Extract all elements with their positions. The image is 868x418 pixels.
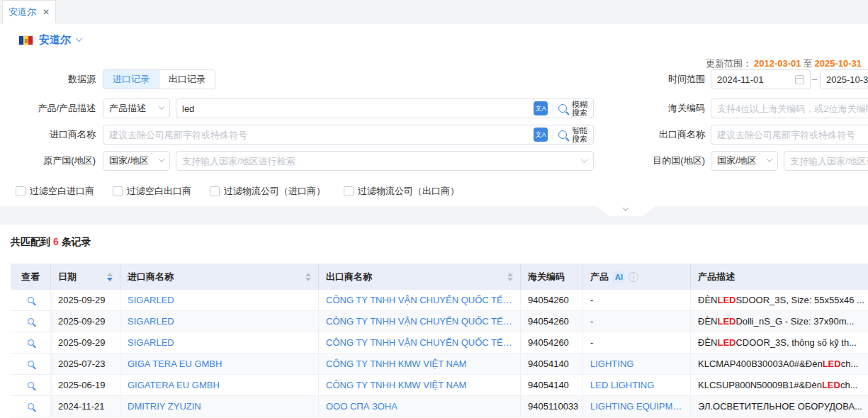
row-search-icon[interactable] (28, 382, 34, 388)
importer-link[interactable]: GIGA TERA EU GMBH (128, 358, 222, 369)
table-row: 2024-11-21DMITRIY ZYUZINООО СПА ЗОНА9405… (11, 396, 868, 417)
exporter-link[interactable]: CÔNG TY TNHH KMW VIỆT NAM (326, 358, 466, 369)
checkbox[interactable] (210, 186, 220, 196)
chevron-down-icon[interactable] (76, 35, 83, 42)
view-cell (11, 332, 51, 353)
chevron-down-icon (159, 156, 164, 162)
exporter-cell: CÔNG TY TNHH VẬN CHUYỂN QUỐC TẾ TI... (319, 290, 521, 310)
product-cell: LIGHTING (583, 354, 691, 374)
fuzzy-search-label[interactable]: 模糊搜索 (572, 100, 589, 117)
importer-link[interactable]: SIGARLED (128, 316, 174, 327)
row-search-icon[interactable] (28, 361, 34, 367)
product-link[interactable]: LED LIGHTING (590, 380, 654, 390)
dest-country-input[interactable] (784, 151, 868, 171)
info-icon[interactable]: i (629, 272, 638, 282)
date-cell: 2025-07-23 (51, 354, 120, 374)
smart-search-label[interactable]: 智能搜索 (572, 126, 589, 143)
table-row: 2025-09-29SIGARLEDCÔNG TY TNHH VẬN CHUYỂ… (11, 290, 868, 311)
importer-link[interactable]: SIGARLED (128, 337, 174, 348)
keyword-highlight: LED (717, 295, 735, 305)
fuzzy-search-icon[interactable] (558, 104, 567, 113)
date-cell: 2025-09-29 (51, 290, 120, 310)
chevron-down-icon (623, 205, 629, 210)
importer-cell: GIGATERA EU GMBH (120, 375, 319, 395)
importer-link[interactable]: DMITRIY ZYUZIN (128, 401, 201, 412)
country-header[interactable]: 安道尔 (18, 33, 81, 47)
update-to-word: 至 (804, 58, 813, 69)
sort-exporter-button[interactable] (503, 273, 513, 281)
dest-type-value: 国家/地区 (717, 154, 757, 167)
hs-code-cell: 94054260 (521, 290, 583, 310)
translate-icon[interactable]: 文A (534, 128, 548, 142)
exporter-input[interactable] (711, 125, 868, 145)
importer-input[interactable] (103, 125, 594, 145)
panel-collapse-band (0, 206, 868, 225)
importer-link[interactable]: SIGARLED (128, 295, 174, 305)
description-cell: ĐÈN LED CDOOR_3S, thông số kỹ th... (691, 332, 868, 353)
dest-type-select[interactable]: 国家/地区 (711, 151, 778, 171)
tab-import-records[interactable]: 进口记录 (103, 69, 159, 89)
hs-code-cell: 94054260 (521, 332, 583, 353)
product-empty-cell: - (583, 332, 691, 353)
product-link[interactable]: LIGHTING (590, 358, 633, 369)
smart-search-icon[interactable] (558, 130, 567, 139)
checkbox[interactable] (344, 186, 354, 196)
update-range-label: 更新范围： (706, 58, 752, 69)
hs-code-cell: 9405110033 (521, 396, 583, 417)
close-icon[interactable]: ✕ (43, 7, 50, 17)
app-window: 安道尔 ✕ 安道尔 更新范围：2012-03-01至2025-10-31 数据源… (0, 0, 868, 418)
exporter-link[interactable]: CÔNG TY TNHH KMW VIỆT NAM (326, 380, 466, 390)
origin-type-select[interactable]: 国家/地区 (103, 151, 170, 171)
row-search-icon[interactable] (28, 403, 34, 409)
filter-checkbox-item: 过滤空白出口商 (113, 185, 191, 198)
date-to-input[interactable]: 2025-10-31 (820, 69, 868, 89)
tab-bar: 安道尔 ✕ (0, 0, 868, 23)
keyword-highlight: LED (823, 358, 841, 369)
table-row: 2025-07-23GIGA TERA EU GMBHCÔNG TY TNHH … (11, 354, 868, 375)
origin-input-wrap (176, 151, 594, 171)
description-cell: ЭЛ.ОСВЕТИТЕЛЬНОЕ ОБОРУДОВА... (691, 396, 868, 417)
checkbox-label: 过滤物流公司（进口商） (224, 185, 325, 198)
collapse-panel-button[interactable] (596, 206, 655, 216)
view-cell (11, 375, 51, 395)
description-cell: ĐÈN LED Dolli_nS_G - Size: 37x90m... (691, 311, 868, 332)
checkbox[interactable] (16, 186, 26, 196)
checkbox[interactable] (113, 186, 123, 196)
exporter-link[interactable]: ООО СПА ЗОНА (326, 401, 398, 412)
product-link[interactable]: LIGHTING EQUIPMENT (590, 401, 683, 412)
exporter-link[interactable]: CÔNG TY TNHH VẬN CHUYỂN QUỐC TẾ TI... (326, 337, 513, 348)
update-to-date: 2025-10-31 (815, 58, 862, 69)
tab-export-records[interactable]: 出口记录 (159, 69, 215, 89)
header-exporter: 出口商名称 (319, 264, 521, 290)
view-cell (11, 396, 51, 417)
tab-andorra[interactable]: 安道尔 ✕ (2, 0, 56, 23)
product-empty-cell: - (583, 311, 691, 332)
product-label: 产品/产品描述 (0, 98, 96, 118)
row-search-icon[interactable] (28, 339, 34, 346)
product-type-select[interactable]: 产品描述 (103, 98, 170, 118)
keyword-highlight: LED (822, 380, 840, 390)
exporter-link[interactable]: CÔNG TY TNHH VẬN CHUYỂN QUỐC TẾ TI... (326, 316, 513, 327)
exporter-cell: CÔNG TY TNHH KMW VIỆT NAM (319, 375, 521, 395)
hs-code-input[interactable] (711, 98, 868, 118)
row-search-icon[interactable] (28, 297, 34, 303)
translate-icon[interactable]: 文A (534, 101, 548, 115)
product-search-input[interactable] (176, 98, 594, 118)
origin-country-input[interactable] (176, 151, 594, 171)
product-cell: LIGHTING EQUIPMENT (583, 396, 691, 417)
date-cell: 2025-09-29 (51, 332, 120, 353)
sort-date-button[interactable] (103, 273, 113, 281)
exporter-link[interactable]: CÔNG TY TNHH VẬN CHUYỂN QUỐC TẾ TI... (326, 295, 513, 305)
product-empty-cell: - (583, 290, 691, 310)
suffix-divider (553, 129, 553, 140)
date-from-value: 2024-11-01 (717, 74, 764, 85)
row-search-icon[interactable] (28, 318, 34, 324)
importer-cell: GIGA TERA EU GMBH (120, 354, 319, 374)
country-title: 安道尔 (39, 33, 71, 47)
filter-panel: 安道尔 更新范围：2012-03-01至2025-10-31 数据源 进口记录 … (0, 23, 868, 206)
dest-input-wrap (784, 151, 868, 171)
date-from-input[interactable]: 2024-11-01 (711, 69, 811, 89)
sort-importer-button[interactable] (301, 273, 311, 281)
importer-link[interactable]: GIGATERA EU GMBH (128, 380, 220, 390)
hs-code-label: 海关编码 (609, 98, 705, 118)
